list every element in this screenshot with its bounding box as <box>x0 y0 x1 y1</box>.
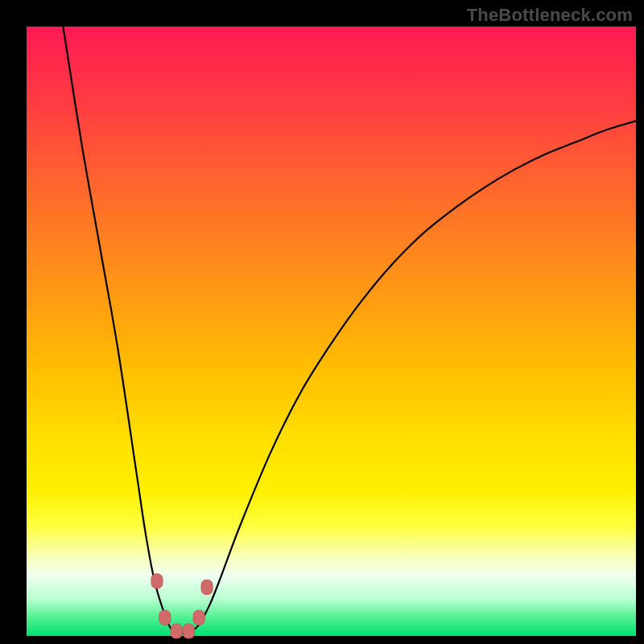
attribution-watermark: TheBottleneck.com <box>467 5 633 26</box>
curve-marker <box>201 580 213 594</box>
curve-marker <box>151 574 163 588</box>
curve-marker <box>171 624 182 638</box>
chart-svg <box>27 27 636 636</box>
chart-frame: TheBottleneck.com <box>0 0 644 644</box>
bottleneck-curve <box>63 27 636 634</box>
curve-marker <box>159 610 171 625</box>
plot-area <box>27 27 636 636</box>
curve-markers <box>151 574 213 638</box>
curve-marker <box>193 610 204 625</box>
curve-marker <box>183 624 194 638</box>
